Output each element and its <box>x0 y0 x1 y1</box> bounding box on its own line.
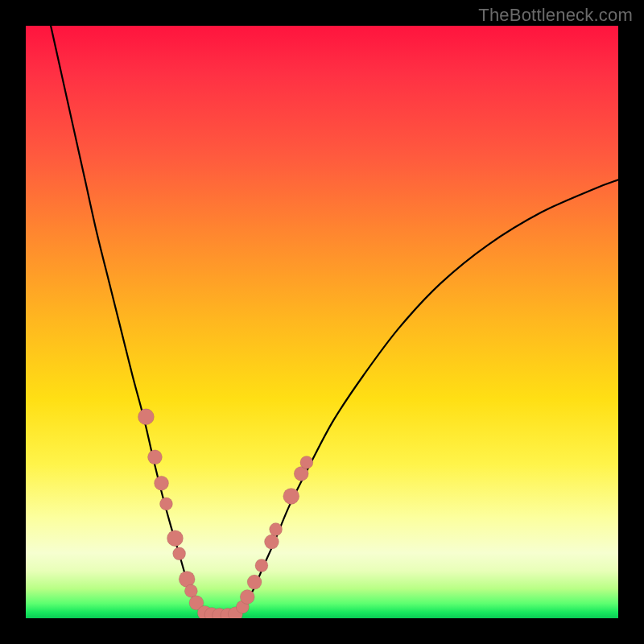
data-dot <box>147 450 162 464</box>
data-dot <box>138 409 154 425</box>
data-dot <box>247 575 262 589</box>
data-dot <box>167 530 183 547</box>
data-dot <box>240 590 254 605</box>
data-dot <box>264 535 279 549</box>
data-dot <box>270 523 283 536</box>
watermark-text: TheBottleneck.com <box>478 5 633 26</box>
data-dot <box>283 488 299 504</box>
data-dot <box>155 476 169 490</box>
chart-frame: TheBottleneck.com <box>0 0 644 644</box>
chart-overlay-svg <box>26 26 618 618</box>
plot-area <box>26 26 618 618</box>
data-dot <box>255 559 268 572</box>
data-dot <box>173 547 186 560</box>
curve-right-branch <box>239 180 618 612</box>
curve-left-branch <box>49 26 203 613</box>
data-dot <box>159 497 172 510</box>
data-dot <box>300 456 313 469</box>
